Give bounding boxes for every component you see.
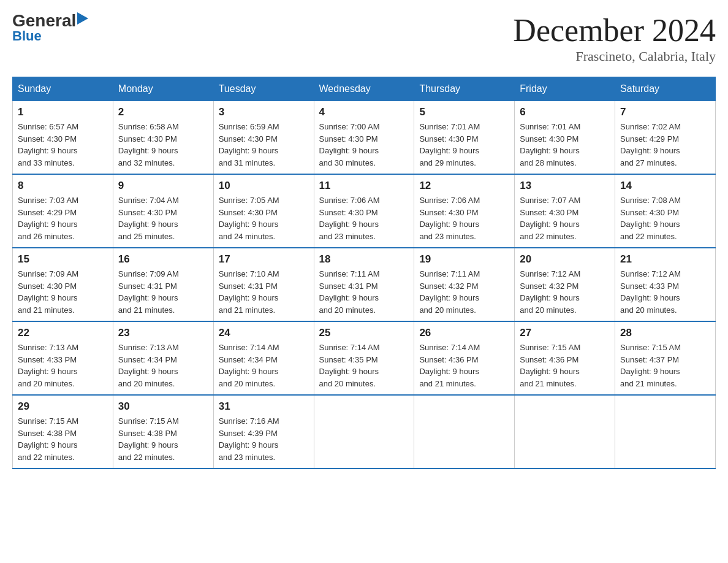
day-number: 8 — [18, 180, 108, 192]
logo-blue: Blue — [12, 28, 42, 44]
calendar-day-cell: 28Sunrise: 7:15 AMSunset: 4:37 PMDayligh… — [615, 321, 716, 395]
day-number: 12 — [419, 180, 509, 192]
calendar-day-cell: 25Sunrise: 7:14 AMSunset: 4:35 PMDayligh… — [314, 321, 414, 395]
day-number: 16 — [118, 253, 208, 266]
day-number: 22 — [18, 327, 108, 339]
day-number: 11 — [319, 180, 409, 192]
logo: General Blue — [12, 12, 88, 44]
day-info: Sunrise: 7:15 AMSunset: 4:36 PMDaylight:… — [520, 342, 610, 389]
title-block: December 2024 Frascineto, Calabria, Ital… — [513, 12, 716, 64]
calendar-body: 1Sunrise: 6:57 AMSunset: 4:30 PMDaylight… — [13, 101, 716, 469]
calendar-day-cell: 24Sunrise: 7:14 AMSunset: 4:34 PMDayligh… — [213, 321, 314, 395]
day-number: 27 — [520, 327, 610, 339]
calendar-day-cell: 5Sunrise: 7:01 AMSunset: 4:30 PMDaylight… — [414, 101, 515, 175]
day-info: Sunrise: 7:14 AMSunset: 4:36 PMDaylight:… — [419, 342, 509, 389]
day-number: 28 — [620, 327, 710, 339]
calendar-day-cell: 16Sunrise: 7:09 AMSunset: 4:31 PMDayligh… — [113, 248, 213, 321]
day-info: Sunrise: 7:13 AMSunset: 4:33 PMDaylight:… — [18, 342, 108, 389]
page-header: General Blue December 2024 Frascineto, C… — [12, 12, 716, 64]
day-info: Sunrise: 7:06 AMSunset: 4:30 PMDaylight:… — [319, 194, 409, 242]
day-number: 20 — [520, 253, 610, 266]
calendar-day-cell: 15Sunrise: 7:09 AMSunset: 4:30 PMDayligh… — [13, 248, 113, 321]
day-of-week-header: Monday — [113, 77, 213, 101]
day-info: Sunrise: 7:10 AMSunset: 4:31 PMDaylight:… — [219, 268, 309, 316]
calendar-day-cell: 9Sunrise: 7:04 AMSunset: 4:30 PMDaylight… — [113, 174, 213, 248]
day-info: Sunrise: 7:08 AMSunset: 4:30 PMDaylight:… — [620, 194, 710, 242]
day-number: 6 — [520, 106, 610, 118]
day-info: Sunrise: 7:16 AMSunset: 4:39 PMDaylight:… — [219, 415, 309, 463]
day-of-week-header: Wednesday — [314, 77, 414, 101]
calendar-day-cell: 2Sunrise: 6:58 AMSunset: 4:30 PMDaylight… — [113, 101, 213, 175]
day-info: Sunrise: 7:12 AMSunset: 4:32 PMDaylight:… — [520, 268, 610, 316]
day-of-week-header: Saturday — [615, 77, 716, 101]
calendar-week-row: 8Sunrise: 7:03 AMSunset: 4:29 PMDaylight… — [13, 174, 716, 248]
day-of-week-header: Thursday — [414, 77, 515, 101]
day-info: Sunrise: 7:09 AMSunset: 4:30 PMDaylight:… — [18, 268, 108, 316]
day-number: 15 — [18, 253, 108, 266]
day-info: Sunrise: 7:15 AMSunset: 4:38 PMDaylight:… — [18, 415, 108, 463]
calendar-day-cell: 3Sunrise: 6:59 AMSunset: 4:30 PMDaylight… — [213, 101, 314, 175]
calendar-day-cell: 4Sunrise: 7:00 AMSunset: 4:30 PMDaylight… — [314, 101, 414, 175]
calendar-day-cell: 12Sunrise: 7:06 AMSunset: 4:30 PMDayligh… — [414, 174, 515, 248]
calendar-day-cell: 20Sunrise: 7:12 AMSunset: 4:32 PMDayligh… — [515, 248, 615, 321]
day-number: 10 — [219, 180, 309, 192]
calendar-table: SundayMondayTuesdayWednesdayThursdayFrid… — [12, 77, 716, 469]
day-number: 29 — [18, 400, 108, 413]
calendar-day-cell: 26Sunrise: 7:14 AMSunset: 4:36 PMDayligh… — [414, 321, 515, 395]
day-number: 14 — [620, 180, 710, 192]
day-info: Sunrise: 7:01 AMSunset: 4:30 PMDaylight:… — [520, 121, 610, 169]
calendar-week-row: 29Sunrise: 7:15 AMSunset: 4:38 PMDayligh… — [13, 395, 716, 469]
calendar-day-cell: 10Sunrise: 7:05 AMSunset: 4:30 PMDayligh… — [213, 174, 314, 248]
calendar-day-cell: 8Sunrise: 7:03 AMSunset: 4:29 PMDaylight… — [13, 174, 113, 248]
day-info: Sunrise: 6:58 AMSunset: 4:30 PMDaylight:… — [118, 121, 208, 169]
calendar-week-row: 22Sunrise: 7:13 AMSunset: 4:33 PMDayligh… — [13, 321, 716, 395]
logo-arrow-icon — [77, 12, 88, 25]
calendar-week-row: 1Sunrise: 6:57 AMSunset: 4:30 PMDaylight… — [13, 101, 716, 175]
day-info: Sunrise: 6:57 AMSunset: 4:30 PMDaylight:… — [18, 121, 108, 169]
logo-general: General — [12, 12, 76, 29]
day-info: Sunrise: 7:12 AMSunset: 4:33 PMDaylight:… — [620, 268, 710, 316]
day-number: 5 — [419, 106, 509, 118]
calendar-header: SundayMondayTuesdayWednesdayThursdayFrid… — [13, 77, 716, 101]
calendar-day-cell: 23Sunrise: 7:13 AMSunset: 4:34 PMDayligh… — [113, 321, 213, 395]
day-number: 26 — [419, 327, 509, 339]
day-info: Sunrise: 7:03 AMSunset: 4:29 PMDaylight:… — [18, 194, 108, 242]
calendar-day-cell: 27Sunrise: 7:15 AMSunset: 4:36 PMDayligh… — [515, 321, 615, 395]
day-info: Sunrise: 7:15 AMSunset: 4:37 PMDaylight:… — [620, 342, 710, 389]
calendar-day-cell: 6Sunrise: 7:01 AMSunset: 4:30 PMDaylight… — [515, 101, 615, 175]
day-number: 17 — [219, 253, 309, 266]
day-number: 31 — [219, 400, 309, 413]
calendar-day-cell — [515, 395, 615, 469]
calendar-day-cell: 1Sunrise: 6:57 AMSunset: 4:30 PMDaylight… — [13, 101, 113, 175]
day-number: 9 — [118, 180, 208, 192]
calendar-day-cell — [615, 395, 716, 469]
svg-marker-0 — [77, 12, 88, 25]
calendar-day-cell: 14Sunrise: 7:08 AMSunset: 4:30 PMDayligh… — [615, 174, 716, 248]
day-number: 19 — [419, 253, 509, 266]
month-title: December 2024 — [513, 12, 716, 48]
day-info: Sunrise: 7:11 AMSunset: 4:32 PMDaylight:… — [419, 268, 509, 316]
day-info: Sunrise: 7:05 AMSunset: 4:30 PMDaylight:… — [219, 194, 309, 242]
day-number: 13 — [520, 180, 610, 192]
day-number: 30 — [118, 400, 208, 413]
calendar-day-cell: 18Sunrise: 7:11 AMSunset: 4:31 PMDayligh… — [314, 248, 414, 321]
day-info: Sunrise: 7:00 AMSunset: 4:30 PMDaylight:… — [319, 121, 409, 169]
day-number: 2 — [118, 106, 208, 118]
day-info: Sunrise: 7:14 AMSunset: 4:34 PMDaylight:… — [219, 342, 309, 389]
calendar-day-cell: 11Sunrise: 7:06 AMSunset: 4:30 PMDayligh… — [314, 174, 414, 248]
day-number: 23 — [118, 327, 208, 339]
day-info: Sunrise: 6:59 AMSunset: 4:30 PMDaylight:… — [219, 121, 309, 169]
day-number: 7 — [620, 106, 710, 118]
calendar-day-cell: 30Sunrise: 7:15 AMSunset: 4:38 PMDayligh… — [113, 395, 213, 469]
day-info: Sunrise: 7:14 AMSunset: 4:35 PMDaylight:… — [319, 342, 409, 389]
day-info: Sunrise: 7:07 AMSunset: 4:30 PMDaylight:… — [520, 194, 610, 242]
calendar-day-cell: 13Sunrise: 7:07 AMSunset: 4:30 PMDayligh… — [515, 174, 615, 248]
day-of-week-header: Sunday — [13, 77, 113, 101]
calendar-day-cell: 21Sunrise: 7:12 AMSunset: 4:33 PMDayligh… — [615, 248, 716, 321]
day-info: Sunrise: 7:15 AMSunset: 4:38 PMDaylight:… — [118, 415, 208, 463]
day-number: 18 — [319, 253, 409, 266]
day-of-week-header: Friday — [515, 77, 615, 101]
location: Frascineto, Calabria, Italy — [513, 48, 716, 64]
calendar-day-cell — [314, 395, 414, 469]
days-of-week-row: SundayMondayTuesdayWednesdayThursdayFrid… — [13, 77, 716, 101]
